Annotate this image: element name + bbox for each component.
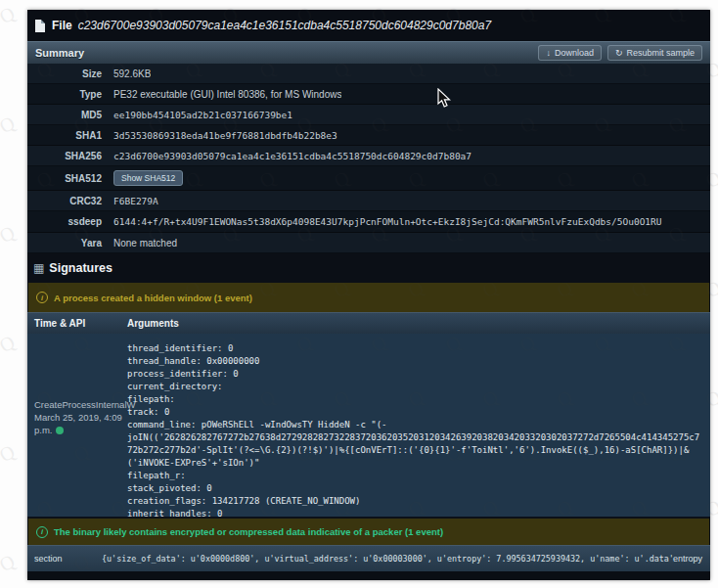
argument-line: thread_handle: 0x00000000: [127, 355, 704, 368]
signature-banner-hidden-window-text: A process created a hidden window (1 eve…: [54, 293, 252, 303]
status-dot-icon: [56, 427, 64, 434]
timestamp-text: March 25, 2019, 4:09 p.m.: [34, 412, 122, 435]
argument-line: command_line: pOWeRShELl -wIndOwsTY Hidd…: [127, 419, 704, 470]
row-value: ee190bb454105ad2b21c037166739be1: [113, 110, 292, 120]
page: File c23d6700e93903d05079ca1ea4c1e36151c…: [0, 0, 718, 588]
api-cell: CreateProcessInternalW March 25, 2019, 4…: [27, 334, 130, 436]
refresh-icon: ↻: [615, 49, 623, 58]
download-label: Download: [555, 48, 594, 58]
footer-strip: [27, 571, 710, 580]
row-value: F6BE279A: [113, 196, 158, 206]
argument-line: track: 0: [127, 406, 704, 419]
argument-line: process_identifier: 0: [127, 368, 704, 381]
watermark-glyph: Q: [0, 112, 19, 138]
file-hash: c23d6700e93903d05079ca1ea4c1e36151cdba4c…: [78, 19, 491, 32]
row-label: MD5: [27, 110, 113, 120]
row-value: 592.6KB: [113, 68, 151, 79]
summary-row-sha1: SHA13d53530869318eda41be9f76881dbdfb4b22…: [27, 125, 710, 146]
watermark-glyph: Q: [0, 331, 19, 357]
file-label: File: [52, 19, 72, 32]
row-value: None matched: [113, 238, 177, 249]
file-title-bar: File c23d6700e93903d05079ca1ea4c1e36151c…: [27, 10, 710, 41]
row-label: SHA512: [27, 173, 113, 184]
argument-line: filepath:: [127, 393, 704, 406]
resubmit-sample-button[interactable]: ↻ Resubmit sample: [607, 45, 702, 61]
row-label: Yara: [27, 238, 113, 249]
row-label: CRC32: [27, 196, 113, 206]
summary-row-yara: YaraNone matched: [27, 233, 710, 253]
row-label: Type: [27, 89, 113, 100]
argument-line: creation_flags: 134217728 (CREATE_NO_WIN…: [127, 495, 704, 508]
section-entropy-row: section {u'size_of_data': u'0x0000d800',…: [27, 545, 710, 571]
watermark-glyph: Q: [0, 2, 19, 28]
summary-row-crc32: CRC32F6BE279A: [27, 191, 710, 211]
summary-actions: ↓ Download ↻ Resubmit sample: [538, 45, 702, 61]
column-time-api: Time & API: [27, 318, 127, 329]
signature-banner-hidden-window[interactable]: i A process created a hidden window (1 e…: [28, 283, 709, 312]
summary-row-sha256: SHA256c23d6700e93903d05079ca1ea4c1e36151…: [27, 146, 710, 166]
row-label: SHA1: [27, 130, 113, 141]
row-value: PE32 executable (GUI) Intel 80386, for M…: [113, 89, 341, 100]
summary-row-md5: MD5ee190bb454105ad2b21c037166739be1: [27, 105, 710, 125]
signatures-header: ▦ Signatures: [27, 253, 710, 283]
watermark-glyph: Q: [0, 440, 19, 467]
row-value: 3d53530869318eda41be9f76881dbdfb4b22b8e3: [113, 130, 337, 141]
row-label: SHA256: [27, 151, 113, 161]
resubmit-label: Resubmit sample: [626, 48, 695, 58]
argument-line: filepath_r:: [127, 470, 704, 482]
signature-detail-table: Time & API Arguments CreateProcessIntern…: [27, 312, 710, 517]
summary-title: Summary: [35, 47, 538, 59]
argument-line: inherit_handles: 0: [127, 508, 704, 517]
signature-table-body: CreateProcessInternalW March 25, 2019, 4…: [27, 334, 710, 517]
section-label: section: [27, 554, 102, 564]
file-icon: [35, 20, 45, 32]
signature-table-header: Time & API Arguments: [27, 312, 710, 334]
section-data: {u'size_of_data': u'0x0000d800', u'virtu…: [102, 554, 673, 564]
summary-table: Size592.6KBTypePE32 executable (GUI) Int…: [27, 64, 710, 253]
info-icon: i: [36, 292, 48, 303]
row-label: ssdeep: [27, 216, 113, 227]
api-timestamp: March 25, 2019, 4:09 p.m.: [34, 411, 130, 436]
row-label: Size: [27, 68, 113, 79]
argument-line: thread_identifier: 0: [127, 342, 704, 355]
summary-row-type: TypePE32 executable (GUI) Intel 80386, f…: [27, 84, 710, 105]
argument-line: stack_pivoted: 0: [127, 482, 704, 495]
analysis-report-panel: File c23d6700e93903d05079ca1ea4c1e36151c…: [27, 10, 710, 580]
column-arguments: Arguments: [127, 318, 179, 329]
signatures-title: Signatures: [49, 261, 112, 275]
signature-banner-packer[interactable]: i The binary likely contains encrypted o…: [28, 519, 709, 545]
info-icon: i: [36, 526, 48, 538]
summary-row-sha512: SHA512Show SHA512: [27, 166, 710, 191]
download-icon: ↓: [546, 49, 551, 58]
api-name: CreateProcessInternalW: [34, 398, 130, 411]
argument-line: current_directory:: [127, 381, 704, 393]
mouse-cursor: [437, 88, 451, 109]
summary-row-ssdeep: ssdeep6144:4+f/R+tx4U9F1EWONas5t38dX6p40…: [27, 211, 710, 233]
row-value: c23d6700e93903d05079ca1ea4c1e36151cdba4c…: [113, 151, 471, 161]
summary-header: Summary ↓ Download ↻ Resubmit sample: [27, 41, 710, 64]
download-button[interactable]: ↓ Download: [538, 45, 602, 61]
show-sha512-button[interactable]: Show SHA512: [113, 170, 183, 186]
summary-row-size: Size592.6KB: [27, 64, 710, 84]
entropy-label: entropy: [673, 554, 710, 564]
arguments-cell: thread_identifier: 0thread_handle: 0x000…: [127, 334, 704, 517]
watermark-glyph: Q: [0, 221, 19, 248]
signature-banner-packer-text: The binary likely contains encrypted or …: [54, 526, 443, 537]
watermark-glyph: Q: [0, 550, 19, 576]
grid-icon: ▦: [33, 261, 44, 275]
row-value: 6144:4+f/R+tx4U9F1EWONas5t38dX6p4098E43U…: [113, 216, 662, 227]
